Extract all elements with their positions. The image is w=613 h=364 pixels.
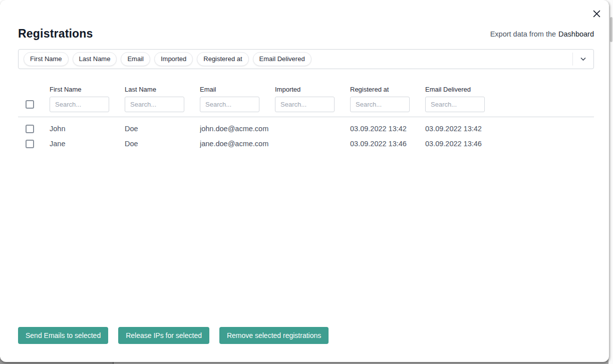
filter-pill-imported[interactable]: Imported bbox=[154, 52, 193, 66]
column-label: Last Name bbox=[125, 86, 200, 93]
table-row: John Doe john.doe@acme.com 03.09.2022 13… bbox=[18, 121, 594, 136]
cell-last-name: Doe bbox=[125, 140, 200, 148]
filter-dropdown-toggle[interactable] bbox=[572, 53, 593, 66]
filter-pill-email-delivered[interactable]: Email Delivered bbox=[253, 52, 312, 66]
modal-header: Registrations Export data from theDashbo… bbox=[18, 27, 594, 41]
column-last-name: Last Name bbox=[125, 86, 200, 112]
filter-pill-email[interactable]: Email bbox=[121, 52, 150, 66]
cell-email-delivered: 03.09.2022 13:42 bbox=[425, 125, 500, 133]
column-email-delivered: Email Delivered bbox=[425, 86, 500, 112]
column-label: Imported bbox=[275, 86, 350, 93]
cell-first-name: John bbox=[50, 125, 125, 133]
row-checkbox-cell bbox=[18, 140, 50, 148]
cell-first-name: Jane bbox=[50, 140, 125, 148]
export-hint-text: Export data from the bbox=[490, 30, 556, 38]
release-ips-button[interactable]: Release IPs for selected bbox=[118, 327, 209, 344]
registrations-table: First Name Last Name Email Imported Regi… bbox=[18, 86, 594, 151]
column-label: First Name bbox=[50, 86, 125, 93]
select-all-checkbox[interactable] bbox=[26, 100, 34, 109]
search-input-first-name[interactable] bbox=[50, 97, 109, 112]
filter-pill-list: First Name Last Name Email Imported Regi… bbox=[24, 52, 572, 66]
remove-registrations-button[interactable]: Remove selected registrations bbox=[219, 327, 329, 344]
header-checkbox-cell bbox=[18, 100, 50, 112]
close-icon bbox=[592, 10, 601, 18]
cell-registered-at: 03.09.2022 13:46 bbox=[350, 140, 425, 148]
column-first-name: First Name bbox=[50, 86, 125, 112]
background-page-right bbox=[608, 0, 613, 364]
filter-pill-last-name[interactable]: Last Name bbox=[73, 52, 117, 66]
filter-pill-registered-at[interactable]: Registered at bbox=[197, 52, 248, 66]
page-scrollbar-thumb[interactable] bbox=[610, 17, 612, 42]
cell-registered-at: 03.09.2022 13:42 bbox=[350, 125, 425, 133]
page-title: Registrations bbox=[18, 27, 93, 41]
cell-email-delivered: 03.09.2022 13:46 bbox=[425, 140, 500, 148]
row-checkbox[interactable] bbox=[26, 140, 34, 148]
column-registered-at: Registered at bbox=[350, 86, 425, 112]
registrations-modal: Registrations Export data from theDashbo… bbox=[0, 0, 609, 362]
row-checkbox[interactable] bbox=[26, 125, 34, 133]
search-input-last-name[interactable] bbox=[125, 97, 184, 112]
filter-pill-first-name[interactable]: First Name bbox=[24, 52, 69, 66]
send-emails-button[interactable]: Send Emails to selected bbox=[18, 327, 108, 344]
cell-last-name: Doe bbox=[125, 125, 200, 133]
cell-email: john.doe@acme.com bbox=[200, 125, 275, 133]
chevron-down-icon bbox=[580, 57, 586, 61]
search-input-email-delivered[interactable] bbox=[425, 97, 485, 112]
column-label: Email Delivered bbox=[425, 86, 500, 93]
filter-bar: First Name Last Name Email Imported Regi… bbox=[18, 49, 594, 69]
table-header-row: First Name Last Name Email Imported Regi… bbox=[18, 86, 594, 117]
dashboard-link[interactable]: Dashboard bbox=[558, 30, 594, 38]
export-hint: Export data from theDashboard bbox=[490, 30, 594, 38]
bulk-actions: Send Emails to selected Release IPs for … bbox=[18, 327, 329, 344]
row-checkbox-cell bbox=[18, 125, 50, 133]
column-imported: Imported bbox=[275, 86, 350, 112]
column-email: Email bbox=[200, 86, 275, 112]
column-label: Email bbox=[200, 86, 275, 93]
column-label: Registered at bbox=[350, 86, 425, 93]
table-row: Jane Doe jane.doe@acme.com 03.09.2022 13… bbox=[18, 136, 594, 151]
search-input-registered-at[interactable] bbox=[350, 97, 410, 112]
search-input-imported[interactable] bbox=[275, 97, 335, 112]
close-button[interactable] bbox=[591, 8, 602, 19]
search-input-email[interactable] bbox=[200, 97, 259, 112]
cell-email: jane.doe@acme.com bbox=[200, 140, 275, 148]
